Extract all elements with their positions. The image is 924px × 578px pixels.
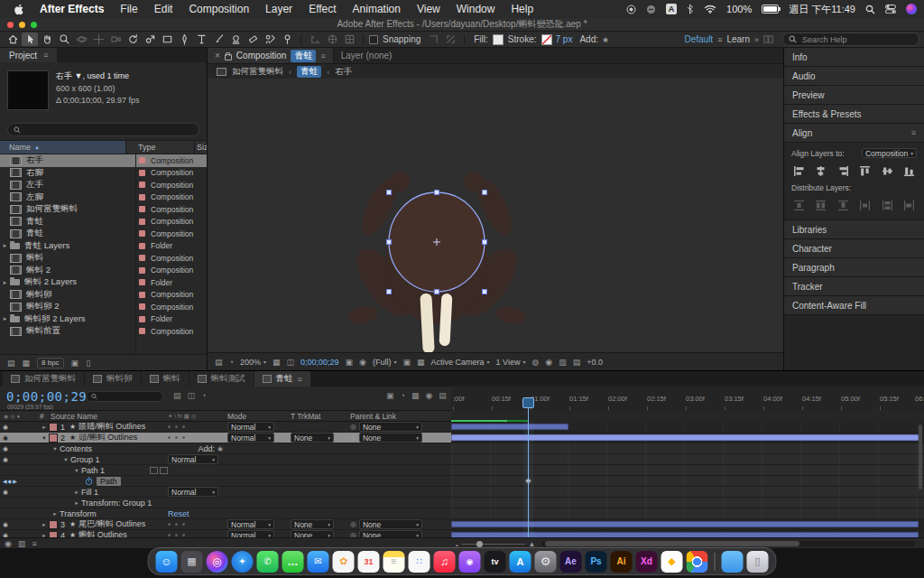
timeline-tab[interactable]: 蝌蚪測試 [189, 371, 254, 387]
menu-composition[interactable]: Composition [180, 3, 257, 15]
disclosure-icon[interactable]: ▾ [61, 456, 70, 463]
pixel-aspect-icon[interactable]: ◍ [531, 358, 539, 367]
orbit-camera-tool[interactable] [73, 33, 89, 46]
switches-header[interactable]: ✦ \ fx ▦ ◎ [168, 413, 227, 420]
add-label[interactable]: Add: [576, 34, 602, 44]
auto-keyframe-icon[interactable]: ▤ [439, 391, 447, 400]
align-target-dropdown[interactable]: Composition▾ [862, 148, 917, 158]
camera-dropdown[interactable]: Active Camera▾ [431, 358, 490, 367]
trkmat-header[interactable]: T TrkMat [291, 412, 350, 421]
label-color-chip[interactable] [49, 520, 58, 529]
column-header-name[interactable]: Name▲ [0, 141, 125, 154]
mask-toggle-icon[interactable]: ◫ [287, 358, 295, 367]
property-group-row[interactable]: ◉ ▾ Contents Add:◉ [0, 443, 451, 454]
dock-notes-icon[interactable]: ≡ [383, 551, 405, 573]
distribute-bottom-button[interactable] [837, 200, 849, 211]
distribute-h-center-button[interactable] [882, 200, 893, 211]
layer-track[interactable] [451, 422, 924, 433]
blend-mode-dropdown[interactable]: Normal▾ [227, 433, 274, 443]
property-group-name[interactable]: Transform: Group 1 [81, 499, 168, 508]
axis-mode-view-icon[interactable] [341, 33, 357, 46]
disclosure-icon[interactable]: ▸ [72, 489, 81, 496]
menu-edit[interactable]: Edit [146, 3, 181, 15]
disclosure-icon[interactable]: ▸ [72, 499, 81, 507]
composition-viewport[interactable] [208, 79, 783, 352]
project-item[interactable]: 青蛙Composition [0, 228, 207, 240]
horizontal-scrollbar[interactable] [541, 541, 915, 546]
draft-3d-icon[interactable]: ◫ [188, 391, 196, 400]
property-group-row[interactable]: ◉ ▾ Group 1 Normal▾ [0, 454, 451, 465]
panel-menu-icon[interactable]: ≡ [911, 128, 916, 137]
disclosure-icon[interactable]: ▸ [0, 279, 10, 286]
project-search-input[interactable] [24, 125, 190, 135]
breadcrumb-root[interactable]: 如何當隻蝌蚪 [232, 66, 283, 78]
exposure-value[interactable]: +0.0 [587, 358, 603, 367]
zoom-dropdown[interactable]: 200%▾ [240, 358, 266, 367]
blend-mode-dropdown[interactable]: Normal▾ [227, 530, 274, 537]
tab-layer[interactable]: Layer (none) [333, 48, 400, 63]
parent-dropdown[interactable]: None▾ [359, 530, 422, 537]
disclosure-icon[interactable]: ▾ [72, 467, 81, 474]
dolly-camera-tool[interactable] [107, 33, 124, 46]
control-center-icon[interactable] [885, 5, 896, 14]
menu-file[interactable]: File [112, 3, 145, 15]
blend-mode-dropdown[interactable]: Normal▾ [227, 519, 274, 529]
label-color-chip[interactable] [49, 531, 58, 538]
disclosure-icon[interactable]: ▾ [51, 445, 60, 452]
clone-stamp-tool[interactable] [227, 33, 244, 46]
layer-track-selected[interactable] [451, 433, 924, 443]
property-group-name[interactable]: Group 1 [70, 455, 168, 464]
transparency-grid-icon[interactable]: ▦ [417, 358, 425, 367]
dock-xd-icon[interactable]: Xd [636, 551, 658, 573]
eraser-tool[interactable] [245, 33, 261, 46]
timeline-track-area[interactable] [451, 422, 924, 537]
dock-siri-icon[interactable]: ◎ [207, 551, 228, 573]
roto-brush-tool[interactable] [262, 33, 278, 46]
pickwhip-icon[interactable]: ◎ [350, 520, 356, 528]
dock-app-store-icon[interactable]: A [510, 551, 531, 573]
fill-blend-mode-dropdown[interactable]: Normal▾ [168, 487, 218, 497]
help-search-input[interactable] [800, 34, 903, 45]
workspace-overflow-icon[interactable]: » [754, 35, 759, 44]
dock-photos-icon[interactable]: ✿ [333, 551, 355, 573]
resolution-dropdown[interactable]: (Full)▾ [373, 358, 397, 367]
axis-mode-world-icon[interactable] [324, 33, 340, 46]
input-source-icon[interactable]: A [666, 4, 677, 14]
property-track[interactable] [451, 443, 924, 454]
pen-tool[interactable] [176, 33, 192, 46]
column-header-size[interactable]: Siz [194, 141, 207, 154]
timeline-tab[interactable]: 蝌蚪 [142, 371, 189, 387]
timeline-tab-active[interactable]: 青蛙≡ [254, 371, 310, 387]
project-item[interactable]: 左腳Composition [0, 191, 207, 204]
label-color-chip[interactable] [139, 279, 145, 285]
align-h-center-button[interactable] [815, 165, 827, 177]
property-track[interactable] [451, 454, 924, 465]
axis-mode-local-icon[interactable] [307, 33, 323, 46]
label-color-chip[interactable] [139, 316, 145, 322]
magnification-icon[interactable]: ◔ [229, 358, 234, 367]
property-group-row[interactable]: ▸ Transform Reset [0, 508, 451, 519]
view-layout-dropdown[interactable]: 1 View▾ [496, 358, 526, 367]
reset-button[interactable]: Reset [168, 509, 189, 518]
layer-name[interactable]: 蝌蚪 Outlines [79, 529, 168, 537]
dock-music-icon[interactable]: ♫ [434, 551, 456, 573]
flowchart-button-icon[interactable]: ▤ [573, 358, 581, 367]
transfer-controls-icon[interactable]: ≡ [32, 539, 36, 548]
menu-animation[interactable]: Animation [345, 3, 409, 15]
column-header-type[interactable]: Type [125, 141, 194, 154]
motion-blur-icon[interactable]: ◔ [401, 391, 405, 400]
parent-dropdown[interactable]: None▾ [359, 433, 422, 443]
project-item[interactable]: 如何當隻蝌蚪Composition [0, 203, 207, 216]
layer-switches[interactable] [168, 425, 227, 428]
snap-option-2-icon[interactable] [442, 33, 458, 46]
expand-layers-icon[interactable]: ▥ [18, 539, 26, 548]
frame-blending-icon[interactable]: ▣ [386, 391, 394, 400]
stopwatch-icon[interactable] [85, 477, 93, 486]
layer-row[interactable]: ◉ ▸ 4 ★ 蝌蚪 Outlines Normal▾ None▾ ◎None▾ [0, 530, 451, 537]
disclosure-icon[interactable]: ▸ [51, 510, 60, 517]
stroke-width-value[interactable]: 7 px [553, 34, 576, 44]
apple-menu[interactable] [7, 4, 32, 15]
project-item[interactable]: 右腳Composition [0, 167, 207, 180]
disclosure-icon[interactable]: ▸ [0, 242, 10, 249]
always-preview-icon[interactable]: ▤ [215, 358, 223, 367]
